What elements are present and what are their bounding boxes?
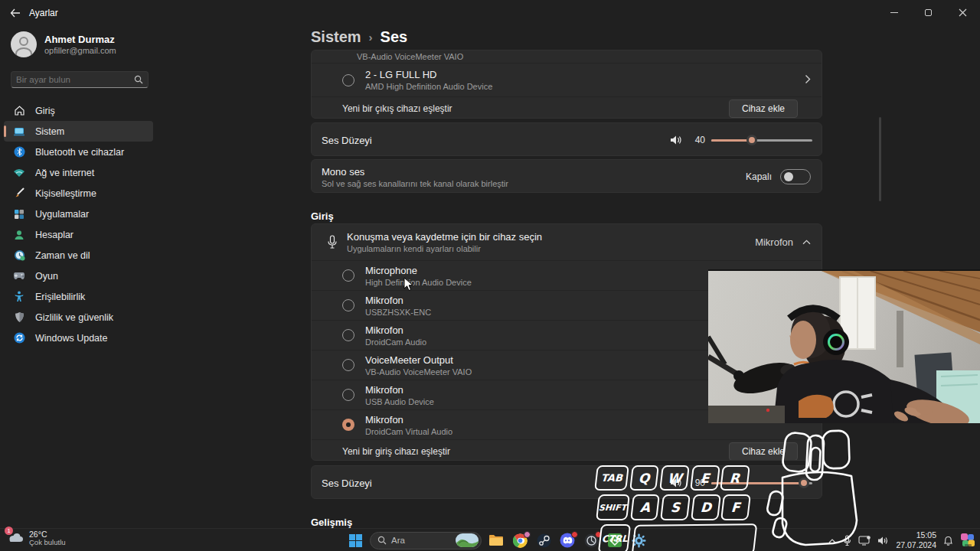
sidebar-item-system[interactable]: Sistem	[4, 121, 153, 142]
key-q: Q	[629, 465, 659, 491]
app-icon-dark[interactable]	[582, 531, 600, 549]
settings-window: Ayarlar Ahmet Durmaz opfiller@gmail.com …	[0, 0, 980, 551]
input-device-radio[interactable]	[342, 329, 354, 341]
key-d: D	[691, 494, 721, 520]
input-selector-subtitle: Uygulamaların kendi ayarları olabilir	[347, 244, 542, 253]
output-device-partial-row[interactable]: VB-Audio VoiceMeeter VAIO	[312, 51, 822, 63]
minimize-icon	[890, 12, 898, 13]
tray-speaker-icon[interactable]	[877, 536, 889, 546]
output-volume-slider-thumb[interactable]	[746, 135, 757, 145]
window-title: Ayarlar	[29, 8, 58, 18]
shield-icon	[13, 311, 25, 324]
pair-input-label: Yeni bir giriş cihazı eşleştir	[342, 446, 450, 457]
key-w: W	[659, 465, 690, 491]
breadcrumb-system[interactable]: Sistem	[311, 28, 361, 46]
close-icon	[959, 8, 967, 17]
avatar	[11, 31, 37, 57]
sidebar-item-home[interactable]: Giriş	[4, 100, 153, 121]
accessibility-icon	[13, 291, 25, 303]
update-icon	[13, 332, 25, 344]
add-output-device-button[interactable]: Cihaz ekle	[729, 99, 798, 118]
back-button[interactable]	[6, 4, 24, 22]
mono-title: Mono ses	[322, 166, 508, 178]
title-bar: Ayarlar	[0, 0, 980, 25]
mouse-cursor	[403, 277, 413, 292]
clock-date: 27.07.2024	[896, 540, 936, 550]
input-device-radio[interactable]	[342, 269, 354, 282]
start-button[interactable]	[346, 531, 364, 549]
mono-audio-card: Mono ses Sol ve sağ ses kanallarını tek …	[311, 159, 822, 193]
input-device-radio-selected[interactable]	[342, 419, 354, 431]
mono-toggle[interactable]	[780, 169, 811, 184]
sidebar-item-apps[interactable]: Uygulamalar	[4, 204, 153, 224]
bluetooth-icon	[13, 146, 25, 158]
input-section-title: Giriş	[311, 210, 334, 222]
chevron-up-icon[interactable]	[802, 240, 811, 245]
input-selector-value: Mikrofon	[755, 236, 793, 248]
key-s: S	[660, 494, 691, 520]
output-volume-slider[interactable]	[711, 134, 812, 146]
output-device-name: 2 - LG FULL HD	[365, 69, 492, 80]
sidebar-item-bluetooth[interactable]: Bluetooth ve cihazlar	[4, 142, 153, 162]
key-f: F	[720, 494, 751, 520]
input-device-radio[interactable]	[342, 299, 354, 311]
chrome-icon[interactable]	[511, 531, 529, 549]
input-selector-row[interactable]: Konuşma veya kaydetme için bir cihaz seç…	[312, 224, 822, 260]
system-icon	[13, 126, 25, 138]
key-shift: SHIFT	[596, 494, 630, 520]
input-device-radio[interactable]	[342, 359, 354, 371]
sidebar-item-privacy[interactable]: Gizlilik ve güvenlik	[4, 307, 153, 328]
breadcrumb-separator-icon: ›	[369, 31, 373, 44]
sidebar-item-accessibility[interactable]: Erişilebilirlik	[4, 286, 153, 307]
input-device-radio[interactable]	[342, 389, 354, 401]
speaker-icon[interactable]	[670, 135, 682, 145]
home-icon	[13, 105, 25, 117]
output-device-radio[interactable]	[342, 74, 354, 86]
advanced-section-title: Gelişmiş	[311, 517, 352, 528]
sidebar-item-personalization[interactable]: Kişiselleştirme	[4, 183, 153, 204]
taskbar-weather-widget[interactable]: 1 26°C Çok bulutlu	[6, 530, 66, 547]
minimize-button[interactable]	[877, 0, 911, 25]
mouse-overlay	[764, 427, 864, 551]
widgets-color-icon[interactable]	[960, 533, 975, 548]
input-volume-label: Ses Düzeyi	[322, 478, 372, 489]
input-selector-title: Konuşma veya kaydetme için bir cihaz seç…	[347, 231, 542, 243]
maximize-button[interactable]	[911, 0, 946, 25]
close-button[interactable]	[946, 0, 980, 25]
output-devices-card: VB-Audio VoiceMeeter VAIO 2 - LG FULL HD…	[311, 50, 822, 119]
key-tab: TAB	[594, 465, 629, 491]
key-r: R	[720, 465, 750, 491]
mono-subtitle: Sol ve sağ ses kanallarını tek kanal ola…	[322, 179, 508, 188]
output-volume-label: Ses Düzeyi	[322, 135, 372, 146]
key-space	[632, 523, 758, 551]
output-device-row[interactable]: 2 - LG FULL HD AMD High Definition Audio…	[312, 64, 822, 96]
output-volume-card: Ses Düzeyi 40	[311, 122, 822, 156]
tray-clock[interactable]: 15:05 27.07.2024	[896, 530, 936, 549]
user-profile[interactable]: Ahmet Durmaz opfiller@gmail.com	[11, 31, 116, 57]
breadcrumb: Sistem › Ses	[311, 28, 407, 46]
output-volume-value: 40	[688, 135, 705, 145]
sidebar-item-windows-update[interactable]: Windows Update	[4, 328, 153, 348]
sidebar-item-time-language[interactable]: Zaman ve dil	[4, 245, 153, 266]
sidebar-item-gaming[interactable]: Oyun	[4, 266, 153, 286]
discord-icon[interactable]	[558, 531, 577, 549]
discord-badge	[571, 531, 578, 538]
search-input[interactable]	[16, 75, 134, 84]
sidebar-item-network[interactable]: Ağ ve internet	[4, 162, 153, 183]
accounts-icon	[13, 229, 25, 241]
back-arrow-icon	[10, 8, 21, 18]
output-device-partial-sub: VB-Audio VoiceMeeter VAIO	[357, 52, 463, 61]
taskbar-search[interactable]: Ara	[370, 532, 482, 549]
settings-search[interactable]	[11, 71, 149, 88]
sidebar-item-accounts[interactable]: Hesaplar	[4, 224, 153, 245]
output-device-sub: AMD High Definition Audio Device	[365, 82, 492, 91]
key-ctrl: CTRL	[598, 524, 631, 551]
windows-logo-icon	[349, 534, 362, 547]
pair-input-row: Yeni bir giriş cihazı eşleştir Cihaz ekl…	[312, 440, 822, 461]
clock-icon	[13, 249, 25, 262]
steam-icon[interactable]	[534, 531, 553, 549]
notification-bell-icon[interactable]	[943, 535, 953, 546]
file-explorer-icon[interactable]	[487, 531, 505, 549]
content-scrollbar[interactable]	[879, 117, 881, 201]
clock-time: 15:05	[896, 530, 936, 540]
